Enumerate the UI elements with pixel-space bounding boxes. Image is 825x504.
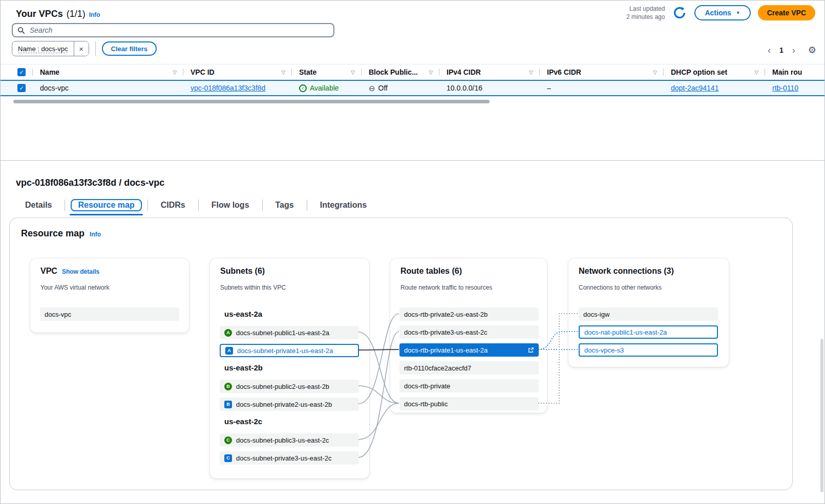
gear-icon: ⚙ [808, 45, 816, 55]
pagination: ‹ 1 › ⚙ [767, 46, 816, 55]
clear-filters-button[interactable]: Clear filters [102, 41, 157, 56]
route-tables-card-title: Route tables (6) [400, 267, 462, 276]
tab-details[interactable]: Details [16, 196, 61, 214]
map-item-route-table-private[interactable]: docs-rtb-private [399, 379, 539, 392]
private-subnet-icon: B [224, 401, 232, 408]
tab-flow-logs[interactable]: Flow logs [202, 196, 259, 214]
tab-integrations[interactable]: Integrations [311, 196, 376, 214]
horizontal-scrollbar[interactable] [13, 100, 490, 103]
route-tables-card: Route tables (6) Route network traffic t… [390, 258, 547, 413]
sort-icon: ▽ [173, 70, 177, 75]
create-vpc-button[interactable]: Create VPC [758, 5, 815, 20]
last-updated-value: 2 minutes ago [626, 13, 665, 21]
sort-icon: ▽ [754, 70, 758, 75]
map-item-route-table-private3[interactable]: docs-rtb-private3-us-east-2c [399, 325, 539, 339]
page-title-count: (1/1) [67, 9, 86, 19]
cell-ipv6-cidr: – [539, 84, 663, 92]
caret-down-icon: ▼ [736, 10, 741, 15]
show-details-link[interactable]: Show details [62, 268, 99, 275]
vpc-card: VPC Show details Your AWS virtual networ… [30, 258, 189, 333]
vpc-table-row[interactable]: ✓ docs-vpc vpc-018f086a13f3c3f8d ✓ Avail… [1, 80, 824, 96]
preferences-button[interactable]: ⚙ [808, 46, 816, 55]
sort-icon: ▽ [429, 70, 433, 75]
map-item-vpc-docs-vpc[interactable]: docs-vpc [40, 308, 179, 321]
page-title-text: Your VPCs [16, 9, 63, 19]
filter-token-label: Name : docs-vpc [12, 41, 74, 56]
map-item-route-table-public[interactable]: docs-rtb-public [399, 397, 539, 410]
row-checkbox-cell: ✓ [1, 84, 32, 92]
public-subnet-icon: B [224, 383, 232, 390]
column-header-ipv6-cidr[interactable]: IPv6 CIDR▽ [539, 64, 663, 80]
private-subnet-icon: A [225, 347, 233, 355]
tab-divider [198, 200, 199, 211]
resource-map-panel: Resource map Info VPC Show details Your … [9, 217, 793, 490]
column-header-dhcp-option-set[interactable]: DHCP option set▽ [663, 64, 765, 80]
row-checkbox[interactable]: ✓ [17, 84, 26, 92]
sort-icon: ▽ [653, 70, 657, 75]
refresh-icon [673, 6, 686, 19]
current-page[interactable]: 1 [779, 46, 784, 54]
next-page-button[interactable]: › [791, 46, 796, 55]
az-label-us-east-2c: us-east-2c [224, 417, 262, 426]
tab-tags[interactable]: Tags [266, 196, 303, 214]
vpc-detail-pane: vpc-018f086a13f3c3f8d / docs-vpc Details… [1, 161, 824, 503]
column-header-ipv4-cidr[interactable]: IPv4 CIDR▽ [439, 64, 539, 80]
search-input[interactable] [29, 26, 329, 35]
search-box[interactable] [12, 23, 334, 37]
map-item-internet-gateway[interactable]: docs-igw [579, 308, 718, 321]
vertical-scrollbar[interactable] [820, 339, 823, 492]
map-item-vpc-endpoint-s3[interactable]: docs-vpce-s3 [579, 343, 718, 357]
route-tables-card-subtitle: Route network traffic to resources [400, 284, 492, 291]
previous-page-button[interactable]: ‹ [767, 46, 772, 55]
column-header-name[interactable]: Name▽ [32, 64, 183, 80]
last-updated-label: Last updated [626, 5, 665, 13]
table-header-row: ✓ Name▽ VPC ID▽ State▽ Block Public...▽ … [1, 64, 824, 80]
map-item-subnet-private2[interactable]: B docs-subnet-private2-us-east-2b [220, 398, 359, 411]
main-route-table-link[interactable]: rtb-0110 [772, 84, 798, 92]
filter-row: Name : docs-vpc × Clear filters [12, 41, 157, 56]
select-all-checkbox[interactable]: ✓ [17, 68, 26, 76]
network-connections-card-subtitle: Connections to other networks [579, 284, 662, 291]
search-icon [17, 27, 25, 34]
close-icon: × [79, 45, 83, 53]
cell-main-route-table: rtb-0110 [765, 84, 824, 92]
vpcs-table: ✓ Name▽ VPC ID▽ State▽ Block Public...▽ … [1, 64, 824, 96]
column-header-vpc-id[interactable]: VPC ID▽ [183, 64, 291, 80]
resource-map-info-link[interactable]: Info [90, 231, 101, 238]
vpc-id-link[interactable]: vpc-018f086a13f3c3f8d [191, 84, 265, 92]
private-subnet-icon: C [224, 454, 232, 462]
tab-cidrs[interactable]: CIDRs [152, 196, 195, 214]
vpcs-info-link[interactable]: Info [89, 11, 100, 18]
map-item-route-table-main[interactable]: rtb-0110cface2acecfd7 [399, 361, 539, 375]
map-item-subnet-private3[interactable]: C docs-subnet-private3-us-east-2c [220, 451, 359, 465]
page-title: Your VPCs (1/1) Info [16, 5, 100, 19]
actions-button[interactable]: Actions ▼ [694, 5, 750, 20]
tab-divider [65, 200, 65, 211]
circled-minus-icon: ⊖ [369, 84, 375, 92]
map-item-subnet-public1[interactable]: A docs-subnet-public1-us-east-2a [220, 326, 359, 339]
map-item-subnet-public3[interactable]: C docs-subnet-public3-us-east-2c [220, 433, 359, 447]
map-item-subnet-private1[interactable]: A docs-subnet-private1-us-east-2a [220, 344, 359, 357]
block-public-off: ⊖ Off [369, 84, 388, 92]
vpc-console-screen: Your VPCs (1/1) Info Last updated 2 minu… [0, 0, 825, 504]
check-circle-icon: ✓ [299, 84, 307, 92]
column-header-state[interactable]: State▽ [291, 64, 361, 80]
map-item-route-table-private2[interactable]: docs-rtb-private2-us-east-2b [399, 308, 539, 321]
check-icon: ✓ [19, 85, 24, 92]
vpc-card-title: VPC [40, 267, 57, 276]
remove-filter-button[interactable]: × [74, 41, 89, 56]
dhcp-option-set-link[interactable]: dopt-2ac94141 [671, 84, 718, 92]
column-header-block-public-access[interactable]: Block Public...▽ [361, 64, 439, 80]
check-icon: ✓ [19, 69, 24, 76]
tab-resource-map[interactable]: Resource map [69, 196, 143, 214]
refresh-button[interactable] [672, 5, 687, 20]
vpc-card-subtitle: Your AWS virtual network [40, 284, 110, 291]
az-label-us-east-2a: us-east-2a [224, 310, 262, 318]
column-header-main-route-table[interactable]: Main rou [765, 64, 824, 80]
map-item-nat-gateway[interactable]: docs-nat-public1-us-east-2a [579, 325, 718, 339]
az-label-us-east-2b: us-east-2b [224, 363, 263, 372]
filter-token[interactable]: Name : docs-vpc × [12, 41, 89, 56]
map-item-route-table-private1-selected[interactable]: docs-rtb-private1-us-east-2a [399, 343, 539, 357]
external-link-icon [527, 347, 534, 354]
map-item-subnet-public2[interactable]: B docs-subnet-public2-us-east-2b [220, 380, 359, 393]
